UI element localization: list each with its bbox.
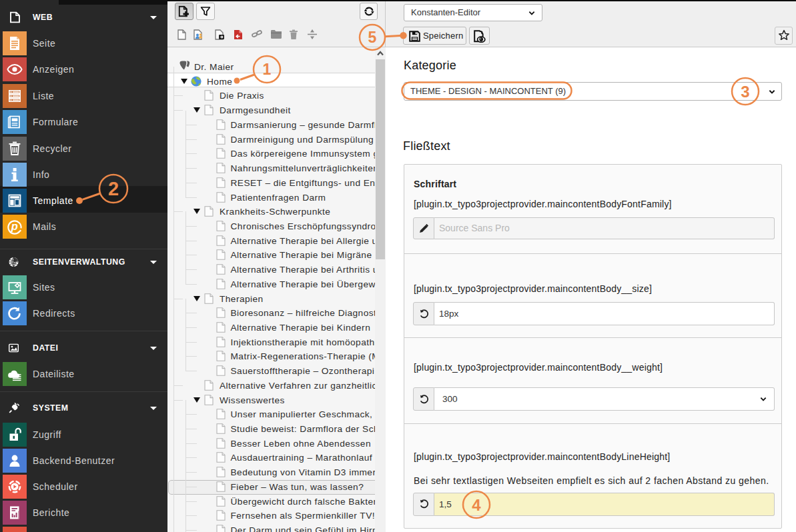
svg-text:p: p: [11, 220, 18, 232]
